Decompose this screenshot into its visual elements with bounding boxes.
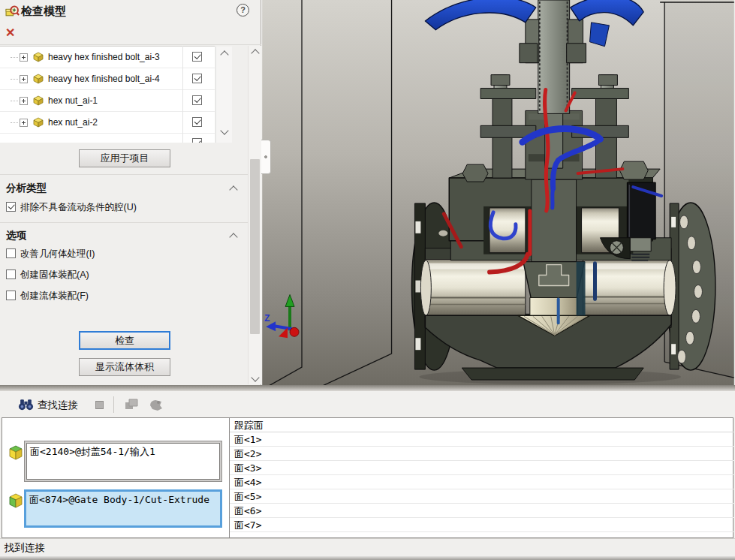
graphics-viewport: Z — [261, 0, 735, 385]
check-model-icon — [5, 5, 20, 22]
selection-field-1-text[interactable]: 面<2140>@封盖54-1/输入1 — [26, 443, 220, 480]
create-fluid-assembly-label[interactable]: 创建流体装配(F) — [20, 290, 89, 303]
part-icon — [32, 52, 44, 62]
part-icon — [32, 117, 44, 128]
collapse-section-icon[interactable] — [229, 233, 237, 241]
expand-icon[interactable] — [20, 53, 28, 62]
toolbar-separator — [113, 396, 114, 413]
part-icon — [32, 74, 44, 84]
check-button[interactable]: 检查 — [79, 331, 170, 350]
expand-icon[interactable] — [20, 119, 28, 127]
triad-z-label: Z — [264, 313, 270, 324]
track-face-row[interactable]: 面<7> — [230, 518, 733, 532]
tree-guide — [11, 122, 18, 123]
divider — [0, 222, 248, 223]
analysis-type-title: 分析类型 — [6, 182, 47, 195]
tree-guide — [11, 101, 18, 101]
status-bar: 找到连接 — [0, 538, 735, 556]
tree-item-label[interactable]: heavy hex finished bolt_ai-3 — [48, 52, 160, 62]
apply-to-project-button[interactable]: 应用于项目 — [79, 149, 170, 167]
tree-scrollbar[interactable] — [215, 47, 232, 143]
track-face-row[interactable]: 面<5> — [230, 489, 733, 504]
selection-field-1[interactable]: 面<2140>@封盖54-1/输入1 — [24, 441, 222, 482]
tree-item-label[interactable]: hex nut_ai-1 — [48, 95, 98, 106]
find-connections-panel: 查找连接 面<2140>@封盖54-1/输入1 面<874>@Gate Body… — [0, 391, 735, 556]
track-faces-list: 跟踪面 面<1> 面<2> 面<3> 面<4> 面<5> 面<6> 面<7> — [230, 418, 733, 537]
find-connections-toolbar: 查找连接 — [0, 391, 735, 417]
scrollbar-thumb[interactable] — [250, 159, 260, 334]
panel-title: 检查模型 — [21, 5, 66, 19]
scroll-down-icon[interactable] — [251, 373, 259, 381]
scroll-up-icon[interactable] — [251, 49, 259, 57]
stop-icon[interactable] — [95, 401, 104, 409]
improve-geometry-label[interactable]: 改善几何体处理(I) — [20, 248, 95, 260]
tree-item-checkbox[interactable] — [192, 117, 202, 127]
selection-field-2[interactable]: 面<874>@Gate Body-1/Cut-Extrude — [24, 489, 222, 528]
tree-item-label[interactable]: hex nut_ai-2 — [48, 117, 98, 128]
show-fluid-volume-button[interactable]: 显示流体体积 — [79, 358, 170, 376]
status-text: 找到连接 — [5, 541, 45, 555]
panel-flyout-tab[interactable] — [261, 140, 271, 174]
find-connections-title: 查找连接 — [38, 399, 78, 412]
tree-item-checkbox[interactable] — [192, 74, 202, 83]
track-face-row[interactable]: 面<4> — [230, 475, 733, 489]
divider — [0, 174, 248, 175]
tree-item-checkbox[interactable] — [192, 138, 202, 143]
face-cube-icon — [8, 445, 23, 460]
create-fluid-assembly-checkbox[interactable] — [6, 291, 16, 300]
tree-item-checkbox[interactable] — [192, 95, 202, 105]
options-title: 选项 — [6, 229, 26, 242]
face-cube-icon — [8, 493, 23, 508]
solidworks-window: 检查模型 ? ✕ heavy hex finished bolt_ai-3 he… — [0, 0, 735, 560]
create-solid-assembly-checkbox[interactable] — [6, 269, 16, 279]
part-icon — [32, 95, 44, 106]
window-resize-edge[interactable] — [0, 556, 735, 560]
check-model-panel: 检查模型 ? ✕ heavy hex finished bolt_ai-3 he… — [0, 0, 261, 385]
panel-scrollbar[interactable] — [248, 46, 261, 384]
copy-icon-disabled[interactable] — [123, 398, 140, 411]
improve-geometry-checkbox[interactable] — [6, 248, 16, 258]
horizontal-splitter[interactable] — [0, 385, 735, 391]
flyout-handle-dot — [264, 155, 267, 158]
scroll-down-icon[interactable] — [220, 126, 228, 134]
tree-guide — [11, 57, 18, 58]
selection-field-2-text[interactable]: 面<874>@Gate Body-1/Cut-Extrude — [26, 492, 220, 525]
divider — [0, 44, 261, 45]
tree-guide — [11, 79, 18, 80]
expand-icon[interactable] — [20, 97, 28, 105]
create-solid-assembly-label[interactable]: 创建固体装配(A) — [20, 269, 89, 282]
track-face-row[interactable]: 面<2> — [230, 447, 733, 461]
help-icon[interactable]: ? — [236, 4, 249, 17]
scroll-up-icon[interactable] — [220, 50, 228, 59]
track-face-row[interactable]: 面<1> — [230, 432, 733, 447]
collapse-section-icon[interactable] — [229, 185, 237, 194]
exclude-cavities-label[interactable]: 排除不具备流动条件的腔(U) — [20, 201, 137, 214]
tool-icon-disabled[interactable] — [147, 398, 164, 411]
tree-item-checkbox[interactable] — [192, 52, 202, 62]
binoculars-icon — [18, 398, 34, 411]
track-face-row[interactable]: 面<3> — [230, 461, 733, 475]
exclude-cavities-checkbox[interactable] — [6, 202, 16, 212]
track-face-row[interactable]: 面<6> — [230, 504, 733, 518]
find-connections-body: 面<2140>@封盖54-1/输入1 面<874>@Gate Body-1/Cu… — [2, 417, 733, 538]
expand-icon[interactable] — [20, 75, 28, 83]
track-faces-header: 跟踪面 — [230, 418, 733, 432]
tree-checkbox-divider — [182, 46, 183, 143]
close-icon[interactable]: ✕ — [5, 26, 19, 40]
3d-view[interactable]: Z — [261, 0, 735, 385]
tree-item-label[interactable]: heavy hex finished bolt_ai-4 — [48, 74, 160, 84]
